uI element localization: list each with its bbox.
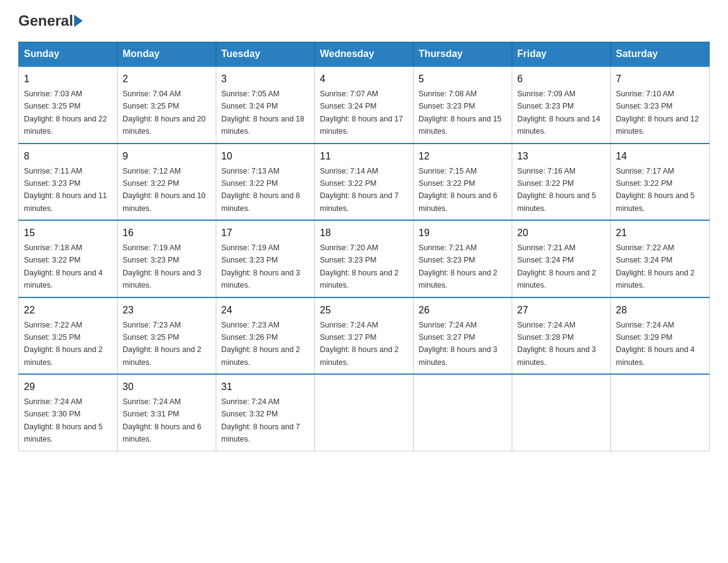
calendar-cell: 22 Sunrise: 7:22 AMSunset: 3:25 PMDaylig… [19, 297, 118, 375]
day-info: Sunrise: 7:16 AMSunset: 3:22 PMDaylight:… [517, 167, 596, 213]
day-info: Sunrise: 7:21 AMSunset: 3:24 PMDaylight:… [517, 243, 596, 289]
calendar-week-3: 15 Sunrise: 7:18 AMSunset: 3:22 PMDaylig… [19, 220, 710, 297]
day-number: 25 [320, 303, 408, 318]
day-number: 27 [517, 303, 605, 318]
day-number: 18 [320, 226, 408, 240]
day-info: Sunrise: 7:13 AMSunset: 3:22 PMDaylight:… [221, 167, 300, 213]
day-info: Sunrise: 7:10 AMSunset: 3:23 PMDaylight:… [616, 90, 699, 136]
calendar-cell: 8 Sunrise: 7:11 AMSunset: 3:23 PMDayligh… [19, 144, 118, 221]
page-header: General [18, 12, 710, 29]
day-info: Sunrise: 7:22 AMSunset: 3:24 PMDaylight:… [616, 243, 695, 289]
calendar-week-2: 8 Sunrise: 7:11 AMSunset: 3:23 PMDayligh… [19, 144, 710, 221]
day-number: 3 [221, 72, 309, 86]
day-number: 10 [221, 149, 309, 164]
day-number: 28 [616, 303, 704, 318]
calendar-cell: 18 Sunrise: 7:20 AMSunset: 3:23 PMDaylig… [315, 220, 414, 297]
calendar-cell: 26 Sunrise: 7:24 AMSunset: 3:27 PMDaylig… [414, 297, 512, 375]
day-info: Sunrise: 7:07 AMSunset: 3:24 PMDaylight:… [320, 90, 403, 136]
day-number: 4 [320, 72, 408, 86]
calendar-cell: 10 Sunrise: 7:13 AMSunset: 3:22 PMDaylig… [216, 144, 315, 221]
day-info: Sunrise: 7:08 AMSunset: 3:23 PMDaylight:… [419, 90, 502, 136]
day-number: 8 [24, 149, 112, 164]
calendar-cell: 5 Sunrise: 7:08 AMSunset: 3:23 PMDayligh… [414, 66, 512, 144]
calendar-header-row: SundayMondayTuesdayWednesdayThursdayFrid… [19, 42, 710, 67]
day-info: Sunrise: 7:09 AMSunset: 3:23 PMDaylight:… [517, 90, 601, 136]
calendar-cell: 15 Sunrise: 7:18 AMSunset: 3:22 PMDaylig… [19, 220, 118, 297]
calendar-table: SundayMondayTuesdayWednesdayThursdayFrid… [18, 42, 710, 451]
day-info: Sunrise: 7:15 AMSunset: 3:22 PMDaylight:… [419, 167, 498, 213]
day-number: 29 [24, 380, 112, 394]
day-number: 26 [419, 303, 507, 318]
calendar-cell: 4 Sunrise: 7:07 AMSunset: 3:24 PMDayligh… [315, 66, 414, 144]
day-info: Sunrise: 7:17 AMSunset: 3:22 PMDaylight:… [616, 167, 695, 213]
day-info: Sunrise: 7:24 AMSunset: 3:29 PMDaylight:… [616, 321, 695, 367]
calendar-cell [315, 374, 414, 451]
calendar-cell: 29 Sunrise: 7:24 AMSunset: 3:30 PMDaylig… [19, 374, 118, 451]
calendar-cell: 17 Sunrise: 7:19 AMSunset: 3:23 PMDaylig… [216, 220, 315, 297]
day-info: Sunrise: 7:22 AMSunset: 3:25 PMDaylight:… [24, 321, 103, 367]
day-number: 22 [24, 303, 112, 318]
calendar-week-5: 29 Sunrise: 7:24 AMSunset: 3:30 PMDaylig… [19, 374, 710, 451]
calendar-cell: 2 Sunrise: 7:04 AMSunset: 3:25 PMDayligh… [118, 66, 216, 144]
day-number: 12 [419, 149, 507, 164]
day-info: Sunrise: 7:20 AMSunset: 3:23 PMDaylight:… [320, 243, 399, 289]
day-info: Sunrise: 7:24 AMSunset: 3:32 PMDaylight:… [221, 397, 300, 443]
calendar-cell: 7 Sunrise: 7:10 AMSunset: 3:23 PMDayligh… [611, 66, 710, 144]
day-info: Sunrise: 7:05 AMSunset: 3:24 PMDaylight:… [221, 90, 305, 136]
day-number: 24 [221, 303, 309, 318]
calendar-cell [414, 374, 512, 451]
day-info: Sunrise: 7:24 AMSunset: 3:31 PMDaylight:… [123, 397, 202, 443]
day-number: 14 [616, 149, 704, 164]
calendar-header-tuesday: Tuesday [216, 42, 315, 67]
calendar-week-1: 1 Sunrise: 7:03 AMSunset: 3:25 PMDayligh… [19, 66, 710, 144]
calendar-header-sunday: Sunday [19, 42, 118, 67]
calendar-cell: 6 Sunrise: 7:09 AMSunset: 3:23 PMDayligh… [512, 66, 611, 144]
calendar-cell: 19 Sunrise: 7:21 AMSunset: 3:23 PMDaylig… [414, 220, 512, 297]
day-number: 11 [320, 149, 408, 164]
calendar-cell: 9 Sunrise: 7:12 AMSunset: 3:22 PMDayligh… [118, 144, 216, 221]
calendar-header-monday: Monday [118, 42, 216, 67]
calendar-cell: 16 Sunrise: 7:19 AMSunset: 3:23 PMDaylig… [118, 220, 216, 297]
day-number: 5 [419, 72, 507, 86]
calendar-cell: 28 Sunrise: 7:24 AMSunset: 3:29 PMDaylig… [611, 297, 710, 375]
day-number: 19 [419, 226, 507, 240]
calendar-week-4: 22 Sunrise: 7:22 AMSunset: 3:25 PMDaylig… [19, 297, 710, 375]
calendar-cell [512, 374, 611, 451]
day-number: 9 [123, 149, 211, 164]
day-info: Sunrise: 7:23 AMSunset: 3:25 PMDaylight:… [123, 321, 202, 367]
day-info: Sunrise: 7:14 AMSunset: 3:22 PMDaylight:… [320, 167, 399, 213]
calendar-cell: 25 Sunrise: 7:24 AMSunset: 3:27 PMDaylig… [315, 297, 414, 375]
calendar-cell: 13 Sunrise: 7:16 AMSunset: 3:22 PMDaylig… [512, 144, 611, 221]
day-info: Sunrise: 7:21 AMSunset: 3:23 PMDaylight:… [419, 243, 498, 289]
calendar-cell: 3 Sunrise: 7:05 AMSunset: 3:24 PMDayligh… [216, 66, 315, 144]
calendar-cell: 20 Sunrise: 7:21 AMSunset: 3:24 PMDaylig… [512, 220, 611, 297]
logo-line1: General [18, 12, 83, 29]
day-number: 23 [123, 303, 211, 318]
calendar-cell: 23 Sunrise: 7:23 AMSunset: 3:25 PMDaylig… [118, 297, 216, 375]
day-info: Sunrise: 7:24 AMSunset: 3:27 PMDaylight:… [320, 321, 399, 367]
day-number: 15 [24, 226, 112, 240]
day-number: 6 [517, 72, 605, 86]
logo: General [18, 12, 83, 29]
day-number: 13 [517, 149, 605, 164]
day-info: Sunrise: 7:12 AMSunset: 3:22 PMDaylight:… [123, 167, 206, 213]
day-info: Sunrise: 7:24 AMSunset: 3:28 PMDaylight:… [517, 321, 596, 367]
calendar-cell: 27 Sunrise: 7:24 AMSunset: 3:28 PMDaylig… [512, 297, 611, 375]
day-info: Sunrise: 7:03 AMSunset: 3:25 PMDaylight:… [24, 90, 107, 136]
calendar-cell: 21 Sunrise: 7:22 AMSunset: 3:24 PMDaylig… [611, 220, 710, 297]
day-info: Sunrise: 7:19 AMSunset: 3:23 PMDaylight:… [123, 243, 202, 289]
day-number: 30 [123, 380, 211, 394]
day-info: Sunrise: 7:19 AMSunset: 3:23 PMDaylight:… [221, 243, 300, 289]
day-number: 1 [24, 72, 112, 86]
calendar-cell: 11 Sunrise: 7:14 AMSunset: 3:22 PMDaylig… [315, 144, 414, 221]
calendar-cell [611, 374, 710, 451]
day-number: 7 [616, 72, 704, 86]
day-number: 21 [616, 226, 704, 240]
logo-arrow-icon [74, 15, 83, 27]
day-info: Sunrise: 7:24 AMSunset: 3:27 PMDaylight:… [419, 321, 498, 367]
day-number: 2 [123, 72, 211, 86]
calendar-cell: 24 Sunrise: 7:23 AMSunset: 3:26 PMDaylig… [216, 297, 315, 375]
day-number: 31 [221, 380, 309, 394]
calendar-header-saturday: Saturday [611, 42, 710, 67]
calendar-header-friday: Friday [512, 42, 611, 67]
